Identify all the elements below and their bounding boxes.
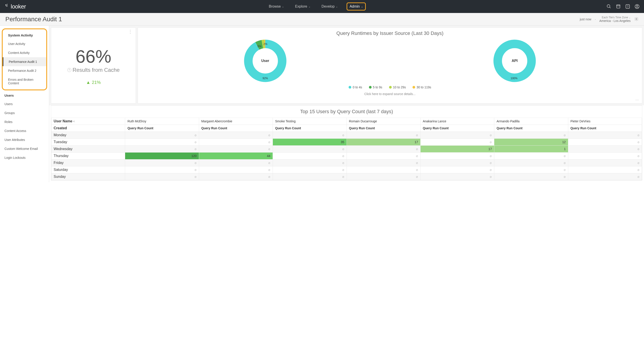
table-cell-empty[interactable]: ⊘ (568, 153, 642, 159)
sidebar-item[interactable]: Users (0, 100, 49, 109)
table-cell-empty[interactable]: ⊘ (125, 146, 199, 153)
metric-header[interactable]: Query Run Count (346, 125, 420, 132)
table-cell-empty[interactable]: ⊘ (420, 173, 494, 180)
table-cell-empty[interactable]: ⊘ (199, 146, 272, 153)
timezone-block[interactable]: Each Tile's Time Zone ⌄ America - Los An… (599, 16, 630, 23)
tile-menu-icon[interactable]: ⋮ (128, 31, 132, 32)
search-icon[interactable] (606, 4, 612, 9)
table-cell-empty[interactable]: ⊘ (420, 153, 494, 159)
table-cell-empty[interactable]: ⊘ (346, 153, 420, 159)
table-cell[interactable]: 12 (494, 139, 568, 146)
user-column-header[interactable]: Ruth McElroy (125, 118, 199, 125)
metric-header[interactable]: Query Run Count (420, 125, 494, 132)
table-cell-empty[interactable]: ⊘ (494, 153, 568, 159)
table-cell-empty[interactable]: ⊘ (199, 166, 272, 173)
sidebar-item[interactable]: User Attributes (0, 135, 49, 144)
sidebar-item[interactable]: Custom Welcome Email (0, 144, 49, 153)
table-cell-empty[interactable]: ⊘ (420, 166, 494, 173)
metric-header[interactable]: Query Run Count (125, 125, 199, 132)
sidebar-item[interactable]: Errors and Broken Content (3, 75, 46, 88)
table-cell-empty[interactable]: ⊘ (125, 132, 199, 139)
null-icon: ⊘ (564, 168, 566, 172)
table-cell-empty[interactable]: ⊘ (568, 146, 642, 153)
bookmark-icon[interactable] (616, 4, 621, 9)
top-nav: looker Browse⌄Explore⌄Develop⌄Admin⌄ ? (0, 0, 644, 13)
table-cell-empty[interactable]: ⊘ (273, 146, 346, 153)
table-cell-empty[interactable]: ⊘ (346, 146, 420, 153)
table-cell-empty[interactable]: ⊘ (494, 166, 568, 173)
created-header[interactable]: Created (52, 125, 125, 132)
sidebar-item[interactable]: Groups (0, 109, 49, 117)
sidebar-item[interactable]: Content Activity (3, 48, 46, 57)
gear-icon[interactable] (634, 17, 639, 22)
user-column-header[interactable]: Pieter DeVries (568, 118, 642, 125)
user-icon[interactable] (634, 4, 640, 9)
logo[interactable]: looker (4, 3, 26, 10)
user-column-header[interactable]: Smoke Testing (273, 118, 346, 125)
nav-item-admin[interactable]: Admin⌄ (346, 3, 366, 11)
table-cell-empty[interactable]: ⊘ (494, 173, 568, 180)
sidebar-item[interactable]: Performance Audit 1 (3, 57, 46, 66)
table-cell[interactable]: 44 (199, 153, 272, 159)
null-icon: ⊘ (490, 161, 492, 165)
user-name-header[interactable]: User Name< (52, 118, 125, 125)
table-cell-empty[interactable]: ⊘ (568, 166, 642, 173)
table-cell-empty[interactable]: ⊘ (346, 132, 420, 139)
table-cell-empty[interactable]: ⊘ (420, 132, 494, 139)
sidebar-item[interactable]: Content Access (0, 126, 49, 135)
table-cell-empty[interactable]: ⊘ (199, 159, 272, 166)
table-cell-empty[interactable]: ⊘ (346, 173, 420, 180)
help-circle-icon[interactable]: ? (67, 68, 71, 72)
nav-item-explore[interactable]: Explore⌄ (293, 3, 312, 11)
table-cell-empty[interactable]: ⊘ (568, 173, 642, 180)
metric-header[interactable]: Query Run Count (273, 125, 346, 132)
nav-item-develop[interactable]: Develop⌄ (319, 3, 340, 11)
null-icon: ⊘ (637, 141, 640, 144)
table-cell-empty[interactable]: ⊘ (420, 139, 494, 146)
user-column-header[interactable]: Anakarina Lance (420, 118, 494, 125)
help-icon[interactable]: ? (625, 4, 630, 9)
table-cell[interactable]: 17 (346, 139, 420, 146)
table-cell-empty[interactable]: ⊘ (494, 159, 568, 166)
table-cell[interactable]: 35 (273, 139, 346, 146)
nav-item-browse[interactable]: Browse⌄ (266, 3, 286, 11)
table-cell-empty[interactable]: ⊘ (568, 132, 642, 139)
table-cell-empty[interactable]: ⊘ (346, 166, 420, 173)
table-cell-empty[interactable]: ⊘ (273, 166, 346, 173)
donut-pct-main: 92% (262, 77, 268, 80)
table-cell-empty[interactable]: ⊘ (199, 139, 272, 146)
table-cell-empty[interactable]: ⊘ (273, 159, 346, 166)
metric-header[interactable]: Query Run Count (494, 125, 568, 132)
expand-link[interactable]: Click here to expand source details... (140, 92, 639, 96)
table-cell-empty[interactable]: ⊘ (568, 139, 642, 146)
table-cell-empty[interactable]: ⊘ (125, 139, 199, 146)
table-cell-empty[interactable]: ⊘ (494, 132, 568, 139)
sidebar-item[interactable]: Login Lockouts (0, 153, 49, 162)
table-cell-empty[interactable]: ⊘ (568, 159, 642, 166)
table-cell-empty[interactable]: ⊘ (125, 159, 199, 166)
table-cell-empty[interactable]: ⊘ (273, 132, 346, 139)
table-cell[interactable]: 120 (125, 153, 199, 159)
table-cell-empty[interactable]: ⊘ (273, 153, 346, 159)
table-cell-empty[interactable]: ⊘ (199, 132, 272, 139)
table-cell-empty[interactable]: ⊘ (420, 159, 494, 166)
null-icon: ⊘ (637, 168, 640, 172)
user-column-header[interactable]: Armando Padilla (494, 118, 568, 125)
sidebar-item[interactable]: User Activity (3, 39, 46, 48)
table-cell-empty[interactable]: ⊘ (346, 159, 420, 166)
table-cell[interactable]: 1 (494, 146, 568, 153)
user-column-header[interactable]: Margaret Abercrombie (199, 118, 272, 125)
sidebar-item[interactable]: Performance Audit 2 (3, 66, 46, 75)
sidebar-item[interactable]: Roles (0, 117, 49, 126)
day-row-header: Monday (52, 132, 125, 139)
table-cell[interactable]: 17 (420, 146, 494, 153)
table-cell-empty[interactable]: ⊘ (125, 166, 199, 173)
table-cell-empty[interactable]: ⊘ (273, 173, 346, 180)
ellipsis-icon[interactable]: … (635, 97, 639, 101)
table-cell-empty[interactable]: ⊘ (199, 173, 272, 180)
table-cell-empty[interactable]: ⊘ (125, 173, 199, 180)
null-icon: ⊘ (342, 134, 344, 137)
user-column-header[interactable]: Romain Ducarrouge (346, 118, 420, 125)
metric-header[interactable]: Query Run Count (568, 125, 642, 132)
metric-header[interactable]: Query Run Count (199, 125, 272, 132)
